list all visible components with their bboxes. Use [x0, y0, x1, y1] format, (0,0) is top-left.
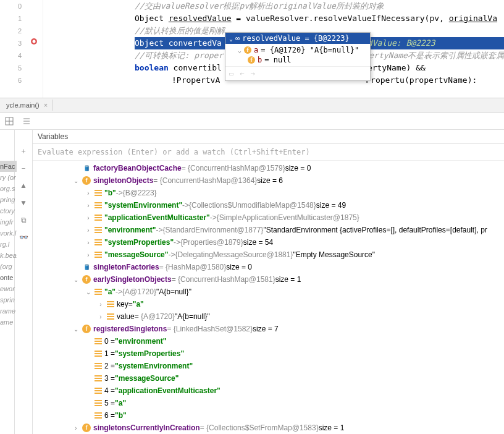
frame-row[interactable]: ry (or	[0, 172, 17, 183]
debug-panel: ＋ － ▲ ▼ ⧉ 👓 Variables Evaluate expressio…	[0, 130, 504, 434]
list-icon[interactable]	[21, 116, 32, 127]
entry-icon	[94, 351, 102, 357]
chevron-right-icon[interactable]: ›	[85, 239, 92, 246]
object-icon: 🛢️	[82, 263, 91, 271]
tooltip-row[interactable]: ⌄ f a = {A@1720} "A{b=null}"	[225, 45, 370, 55]
debugger-toolbar	[0, 113, 504, 130]
tree-node[interactable]: ›0 = "environment"	[33, 335, 504, 347]
chevron-down-icon[interactable]: ⌄	[229, 35, 233, 42]
frame-row[interactable]: ewor	[0, 283, 17, 294]
code: !PropertvA	[172, 75, 220, 85]
remove-icon[interactable]: －	[19, 163, 28, 173]
frames-list[interactable]: nFac ry (or org.s pring ctory ingfr vork…	[0, 161, 17, 328]
frame-row[interactable]: ame	[0, 317, 17, 328]
code: resolvedValue	[169, 14, 232, 23]
frame-row[interactable]: onte	[0, 272, 17, 283]
chevron-right-icon[interactable]: ›	[97, 313, 104, 320]
chevron-down-icon[interactable]: ⌄	[238, 47, 242, 54]
set-value-icon[interactable]: ▭	[229, 69, 233, 78]
tree-node[interactable]: ⌄fregisteredSingletons = {LinkedHashSet@…	[33, 323, 504, 335]
code-comment: //默认转换后的值是刚解	[135, 26, 225, 35]
value-tooltip[interactable]: ⌄ ∞ resolvedValue = {B@2223} ⌄ f a = {A@…	[225, 32, 371, 81]
tree-node[interactable]: ⌄"a" -> {A@1720} "A{b=null}"	[33, 286, 504, 298]
tree-node[interactable]: ⌄fearlySingletonObjects = {ConcurrentHas…	[33, 273, 504, 286]
entry-icon	[94, 190, 102, 196]
tree-node[interactable]: ⌄fsingletonObjects = {ConcurrentHashMap@…	[33, 174, 504, 187]
frame-row[interactable]: vork.l	[0, 228, 17, 239]
glasses-icon[interactable]: 👓	[19, 232, 28, 242]
tree-node[interactable]: ›🛢️factoryBeanObjectCache = {ConcurrentH…	[33, 162, 504, 174]
frame-row[interactable]: pring	[0, 194, 17, 205]
object-icon: 🛢️	[82, 164, 91, 172]
frame-row[interactable]: k.bea	[0, 250, 17, 261]
tooltip-row[interactable]: f b = null	[225, 55, 370, 65]
frame-row[interactable]: rame	[0, 305, 17, 317]
chevron-right-icon[interactable]: ›	[72, 425, 80, 432]
evaluate-input[interactable]: Evaluate expression (Enter) or add a wat…	[33, 144, 504, 161]
tree-node[interactable]: ›fsingletonsCurrentlyInCreation = {Colle…	[33, 422, 504, 434]
entry-icon	[94, 412, 102, 419]
tree-node[interactable]: ›value = {A@1720} "A{b=null}"	[33, 310, 504, 323]
entry-icon	[94, 400, 102, 406]
down-icon[interactable]: ▼	[19, 198, 28, 208]
close-icon[interactable]: ×	[44, 101, 48, 109]
frame-row[interactable]: ctory	[0, 205, 17, 216]
tree-node[interactable]: ›🛢️singletonFactories = {HashMap@1580} s…	[33, 261, 504, 273]
chevron-right-icon[interactable]: ›	[85, 252, 92, 258]
tree-node[interactable]: ›"systemProperties" -> {Properties@1879}…	[33, 236, 504, 249]
run-tab[interactable]: ycle.main() ×	[1, 100, 53, 111]
frame-row[interactable]: (org	[0, 261, 17, 272]
entry-icon	[94, 338, 102, 344]
chevron-down-icon[interactable]: ⌄	[72, 276, 80, 283]
svg-point-1	[33, 40, 36, 43]
editor-area[interactable]: 0 1 2 3 4 5 6 //交由valueResolver根据pv解析出or…	[0, 0, 504, 98]
add-icon[interactable]: ＋	[19, 146, 28, 156]
frame-row[interactable]: ingfr	[0, 216, 17, 228]
line-no: 5	[0, 62, 43, 74]
tree-node[interactable]: ›"environment" -> {StandardEnvironment@1…	[33, 224, 504, 236]
chevron-right-icon[interactable]: ›	[85, 190, 92, 197]
tree-node[interactable]: ›key = "a"	[33, 298, 504, 310]
chevron-down-icon[interactable]: ⌄	[72, 177, 80, 184]
back-icon[interactable]: ←	[240, 69, 244, 78]
tree-node[interactable]: ›"b" -> {B@2223}	[33, 187, 504, 199]
chevron-right-icon[interactable]: ›	[85, 202, 92, 209]
frame-row[interactable]: rg.l	[0, 239, 17, 250]
field-name: b	[258, 56, 262, 64]
tree-node[interactable]: ›2 = "systemEnvironment"	[33, 360, 504, 372]
variables-header: Variables	[33, 130, 504, 144]
entry-icon	[94, 289, 102, 295]
chevron-down-icon[interactable]: ⌄	[72, 326, 80, 333]
gutter: 0 1 2 3 4 5 6	[0, 0, 43, 98]
execution-point-icon[interactable]	[30, 38, 38, 45]
field-icon: f	[248, 56, 255, 64]
tree-node[interactable]: ›3 = "messageSource"	[33, 372, 504, 385]
entry-icon	[94, 252, 102, 258]
variables-tree[interactable]: ›🛢️factoryBeanObjectCache = {ConcurrentH…	[33, 161, 504, 434]
copy-icon[interactable]: ⧉	[19, 215, 28, 225]
frame-row[interactable]: nFac	[0, 161, 17, 172]
up-icon[interactable]: ▲	[19, 181, 28, 190]
chevron-down-icon[interactable]: ⌄	[85, 289, 92, 296]
frame-row[interactable]: sprin	[0, 294, 17, 305]
frame-row[interactable]: org.s	[0, 183, 17, 194]
layout-icon[interactable]	[4, 116, 15, 127]
forward-icon[interactable]: →	[250, 69, 254, 78]
tree-node[interactable]: ›5 = "a"	[33, 397, 504, 409]
entry-icon	[107, 313, 114, 320]
chevron-right-icon[interactable]: ›	[85, 227, 92, 234]
tree-node[interactable]: ›4 = "applicationEventMulticaster"	[33, 385, 504, 397]
field-value: = {A@1720} "A{b=null}"	[261, 46, 359, 54]
tree-node[interactable]: ›"applicationEventMulticaster" -> {Simpl…	[33, 211, 504, 224]
code: ertyName) &&	[368, 63, 426, 72]
tooltip-footer: ▭ ← →	[225, 66, 370, 80]
chevron-right-icon[interactable]: ›	[97, 301, 104, 308]
entry-icon	[94, 239, 102, 245]
field-icon: f	[82, 275, 91, 284]
code-comment: //交由valueResolver根据pv解析出originalValue所封装…	[135, 1, 384, 11]
tree-node[interactable]: ›6 = "b"	[33, 409, 504, 422]
tree-node[interactable]: ›"systemEnvironment" -> {Collections$Unm…	[33, 199, 504, 211]
chevron-right-icon[interactable]: ›	[85, 215, 92, 221]
tree-node[interactable]: ›"messageSource" -> {DelegatingMessageSo…	[33, 249, 504, 261]
tree-node[interactable]: ›1 = "systemProperties"	[33, 347, 504, 360]
